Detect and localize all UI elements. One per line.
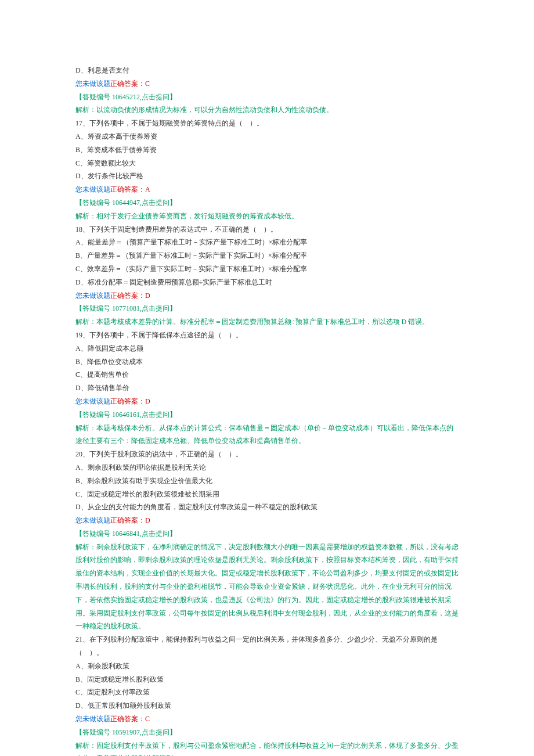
q21-option-c: C、固定股利支付率政策 [75, 686, 459, 699]
q19-option-d: D、降低销售单价 [75, 381, 459, 395]
q21-option-d: D、低正常股利加额外股利政策 [75, 699, 459, 712]
q17-option-c: C、筹资数额比较大 [75, 157, 459, 170]
q17-explain: 解析：相对于发行企业债券筹资而言，发行短期融资券的筹资成本较低。 [75, 210, 459, 223]
explain-label: 解析： [75, 318, 96, 326]
q16-ref-link[interactable]: 【答疑编号 10645212,点击提问】 [75, 91, 459, 104]
correct-answer: 正确答案：D [110, 397, 150, 405]
q19-stem: 19、下列各项中，不属于降低保本点途径的是（ ）。 [75, 329, 459, 342]
q20-option-b: B、剩余股利政策有助于实现企业价值最大化 [75, 474, 459, 488]
q20-explain: 解析：剩余股利政策下，在净利润确定的情况下，决定股利数额大小的唯一因素是需要增加… [75, 541, 459, 633]
correct-answer: 正确答案：A [110, 185, 150, 193]
q18-option-a: A、能量差异＝（预算产量下标准工时－实际产量下标准工时）×标准分配率 [75, 236, 459, 249]
q20-stem: 20、下列关于股利政策的说法中，不正确的是（ ）。 [75, 448, 459, 461]
correct-answer: 正确答案：C [110, 715, 150, 723]
not-done-label: 您未做该题 [75, 397, 110, 405]
q16-explain: 解析：以流动负债的形成情况为标准，可以分为自然性流动负债和人为性流动负债。 [75, 103, 459, 117]
explain-text: 相对于发行企业债券筹资而言，发行短期融资券的筹资成本较低。 [96, 212, 298, 220]
correct-answer: 正确答案：D [110, 516, 150, 524]
q18-stem: 18、下列关于固定制造费用差异的表达式中，不正确的是（ ）。 [75, 223, 459, 236]
q20-answer-line: 您未做该题正确答案：D [75, 514, 459, 527]
q17-option-b: B、筹资成本低于债券筹资 [75, 143, 459, 157]
q20-option-c: C、固定或稳定增长的股利政策很难被长期采用 [75, 488, 459, 501]
correct-answer: 正确答案：D [110, 291, 150, 300]
correct-answer: 正确答案：C [110, 80, 150, 88]
q21-answer-line: 您未做该题正确答案：C [75, 712, 459, 726]
explain-text: 固定股利支付率政策下，股利与公司盈余紧密地配合，能保持股利与收益之间一定的比例关… [75, 741, 459, 756]
q17-ref-link[interactable]: 【答疑编号 10644947,点击提问】 [75, 196, 459, 210]
explain-label: 解析： [75, 424, 96, 432]
explain-label: 解析： [75, 543, 96, 551]
q20-ref-link[interactable]: 【答疑编号 10646841,点击提问】 [75, 527, 459, 541]
q19-ref-link[interactable]: 【答疑编号 10646161,点击提问】 [75, 408, 459, 422]
q21-ref-link[interactable]: 【答疑编号 10591907,点击提问】 [75, 726, 459, 739]
q18-explain: 解析：本题考核成本差异的计算。标准分配率＝固定制造费用预算总额÷预算产量下标准总… [75, 315, 459, 329]
explain-label: 解析： [75, 212, 96, 220]
not-done-label: 您未做该题 [75, 291, 110, 300]
q21-explain: 解析：固定股利支付率政策下，股利与公司盈余紧密地配合，能保持股利与收益之间一定的… [75, 739, 459, 756]
q17-answer-line: 您未做该题正确答案：A [75, 183, 459, 196]
q19-option-c: C、提高销售单价 [75, 368, 459, 381]
explain-text: 本题考核保本分析。从保本点的计算公式：保本销售量＝固定成本/（单价－单位变动成本… [75, 424, 453, 445]
explain-label: 解析： [75, 741, 96, 750]
q19-answer-line: 您未做该题正确答案：D [75, 395, 459, 408]
q21-option-b: B、固定或稳定增长股利政策 [75, 673, 459, 686]
q19-option-a: A、降低固定成本总额 [75, 342, 459, 355]
q21-stem: 21、在下列股利分配政策中，能保持股利与收益之间一定的比例关系，并体现多盈多分、… [75, 633, 459, 660]
explain-text: 剩余股利政策下，在净利润确定的情况下，决定股利数额大小的唯一因素是需要增加的权益… [75, 543, 459, 631]
q18-option-b: B、产量差异＝（预算产量下标准工时－实际产量下实际工时）×标准分配率 [75, 249, 459, 262]
q20-option-a: A、剩余股利政策的理论依据是股利无关论 [75, 461, 459, 474]
q18-option-c: C、效率差异＝（实际产量下实际工时－实际产量下标准工时）×标准分配率 [75, 262, 459, 276]
q18-ref-link[interactable]: 【答疑编号 10771081,点击提问】 [75, 302, 459, 315]
not-done-label: 您未做该题 [75, 185, 110, 193]
q17-option-a: A、筹资成本高于债券筹资 [75, 130, 459, 143]
q19-option-b: B、降低单位变动成本 [75, 355, 459, 369]
not-done-label: 您未做该题 [75, 715, 110, 723]
q18-option-d: D、标准分配率＝固定制造费用预算总额÷实际产量下标准总工时 [75, 276, 459, 289]
q17-option-d: D、发行条件比较严格 [75, 170, 459, 183]
q20-option-d: D、从企业的支付能力的角度看，固定股利支付率政策是一种不稳定的股利政策 [75, 501, 459, 514]
q21-option-a: A、剩余股利政策 [75, 660, 459, 673]
explain-label: 解析： [75, 106, 96, 114]
q18-answer-line: 您未做该题正确答案：D [75, 289, 459, 303]
explain-text: 本题考核成本差异的计算。标准分配率＝固定制造费用预算总额÷预算产量下标准总工时，… [96, 318, 429, 326]
q19-explain: 解析：本题考核保本分析。从保本点的计算公式：保本销售量＝固定成本/（单价－单位变… [75, 422, 459, 448]
q16-option-d: D、利息是否支付 [75, 64, 459, 77]
q17-stem: 17、下列各项中，不属于短期融资券的筹资特点的是（ ）。 [75, 117, 459, 130]
q16-answer-line: 您未做该题正确答案：C [75, 77, 459, 91]
explain-text: 以流动负债的形成情况为标准，可以分为自然性流动负债和人为性流动负债。 [96, 106, 333, 114]
not-done-label: 您未做该题 [75, 80, 110, 88]
not-done-label: 您未做该题 [75, 516, 110, 524]
